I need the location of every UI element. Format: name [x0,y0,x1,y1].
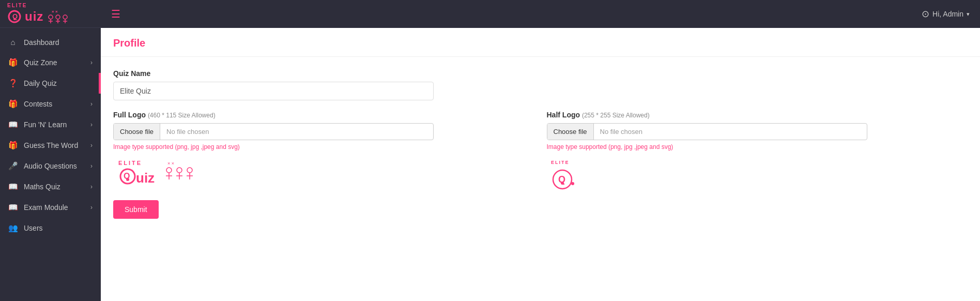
submit-button[interactable]: Submit [113,200,159,219]
sidebar-item-label: Guess The Word [24,141,84,149]
half-logo-choose-button[interactable]: Choose file [547,124,594,140]
sidebar-item-label: Daily Quiz [24,79,93,87]
full-logo-svg: ELITE Q uiz × × [113,157,217,188]
svg-text:ELITE: ELITE [118,160,142,166]
sidebar-item-fun-n-learn[interactable]: 📖 Fun 'N' Learn › [0,114,101,135]
svg-text:uiz: uiz [136,170,155,186]
logo-elite-text: ELITE [7,3,69,8]
svg-point-32 [571,182,574,185]
half-logo-col: Half Logo (255 * 255 Size Allowed) Choos… [547,111,968,195]
chevron-down-icon: ▾ [967,11,970,18]
question-icon: ❓ [8,79,18,88]
half-logo-filename: No file chosen [594,124,867,140]
half-logo-svg: ELITE Q [547,157,583,193]
sidebar-item-dashboard[interactable]: ⌂ Dashboard [0,32,101,52]
home-icon: ⌂ [8,38,18,47]
quiz-name-label: Quiz Name [113,69,968,78]
sidebar-item-label: Users [24,224,93,232]
logo-people-icon: × × [47,8,69,24]
logo-quiz-text: uiz [25,10,43,23]
admin-label: Hi, Admin [932,10,963,18]
sidebar-item-label: Exam Module [24,203,84,212]
sidebar: ELITE Q uiz × × [0,0,101,301]
full-logo-choose-button[interactable]: Choose file [114,124,160,140]
sidebar-item-quiz-zone[interactable]: 🎁 Quiz Zone › [0,52,101,73]
chevron-right-icon: › [90,162,93,170]
admin-menu[interactable]: ⊙ Hi, Admin ▾ [922,8,970,20]
logo-quiz-area: Q uiz × × [7,8,69,25]
half-logo-size-hint: (255 * 255 Size Allowed) [582,112,650,119]
content-area: Profile Quiz Name Full Logo (460 * 115 S… [101,28,980,301]
sidebar-logo: ELITE Q uiz × × [0,0,101,28]
svg-text:ELITE: ELITE [551,160,570,165]
full-logo-col: Full Logo (460 * 115 Size Allowed) Choos… [113,111,534,195]
users-icon: 👥 [8,223,18,233]
sidebar-item-exam-module[interactable]: 📖 Exam Module › [0,197,101,218]
mic-icon: 🎤 [8,161,18,171]
sidebar-nav: ⌂ Dashboard 🎁 Quiz Zone › ❓ Daily Quiz 🎁… [0,28,101,301]
full-logo-hint: Image type supported (png, jpg ,jpeg and… [113,143,534,151]
svg-point-10 [63,15,67,19]
sidebar-item-daily-quiz[interactable]: ❓ Daily Quiz [0,73,101,94]
svg-text:Q: Q [12,12,18,20]
hamburger-icon[interactable]: ☰ [111,8,120,20]
svg-point-19 [166,168,172,173]
quiz-name-input[interactable] [113,82,434,100]
logo-row: Full Logo (460 * 115 Size Allowed) Choos… [113,111,968,195]
book3-icon: 📖 [8,203,18,212]
sidebar-item-label: Maths Quiz [24,183,84,191]
chevron-right-icon: › [90,183,93,190]
sidebar-item-label: Quiz Zone [24,58,84,67]
chevron-right-icon: › [90,121,93,128]
full-logo-filename: No file chosen [160,124,433,140]
book2-icon: 📖 [8,182,18,191]
full-logo-file-input: Choose file No file chosen [113,123,434,140]
chevron-right-icon: › [90,100,93,108]
sidebar-item-guess-the-word[interactable]: 🎁 Guess The Word › [0,135,101,156]
logo-q-icon: Q [7,8,24,25]
topbar: ☰ ⊙ Hi, Admin ▾ [101,0,980,28]
svg-point-7 [56,15,60,19]
sidebar-item-contests[interactable]: 🎁 Contests › [0,94,101,114]
sidebar-item-label: Audio Questions [24,162,84,170]
gift3-icon: 🎁 [8,141,18,150]
sidebar-item-label: Dashboard [24,38,93,47]
profile-form: Quiz Name Full Logo (460 * 115 Size Allo… [101,57,980,234]
svg-point-22 [177,168,182,173]
svg-text:Q: Q [558,174,565,185]
account-icon: ⊙ [922,8,929,20]
gift2-icon: 🎁 [8,99,18,109]
svg-text:× ×: × × [167,161,174,166]
sidebar-item-label: Contests [24,100,84,108]
half-logo-label: Half Logo (255 * 255 Size Allowed) [547,111,968,119]
half-logo-file-input: Choose file No file chosen [547,123,867,140]
chevron-right-icon: › [90,59,93,66]
page-header: Profile [101,28,980,57]
sidebar-item-users[interactable]: 👥 Users [0,218,101,238]
quiz-name-group: Quiz Name [113,69,968,100]
main-area: ☰ ⊙ Hi, Admin ▾ Profile Quiz Name [101,0,980,301]
half-logo-hint: Image type supported (png, jpg ,jpeg and… [547,143,968,151]
content-inner: Profile Quiz Name Full Logo (460 * 115 S… [101,28,980,301]
page-title: Profile [113,37,968,49]
svg-text:× ×: × × [52,9,58,14]
full-logo-size-hint: (460 * 115 Size Allowed) [148,112,216,119]
gift-icon: 🎁 [8,58,18,67]
svg-point-25 [187,168,192,173]
chevron-right-icon: › [90,204,93,211]
svg-point-4 [49,15,53,19]
chevron-right-icon: › [90,142,93,149]
sidebar-item-audio-questions[interactable]: 🎤 Audio Questions › [0,156,101,176]
svg-text:Q: Q [124,172,130,180]
sidebar-item-label: Fun 'N' Learn [24,121,84,129]
half-logo-preview: ELITE Q [547,157,968,195]
full-logo-preview: ELITE Q uiz × × [113,157,534,190]
book-icon: 📖 [8,120,18,129]
full-logo-label: Full Logo (460 * 115 Size Allowed) [113,111,534,119]
sidebar-item-maths-quiz[interactable]: 📖 Maths Quiz › [0,176,101,197]
active-bar [99,73,101,94]
